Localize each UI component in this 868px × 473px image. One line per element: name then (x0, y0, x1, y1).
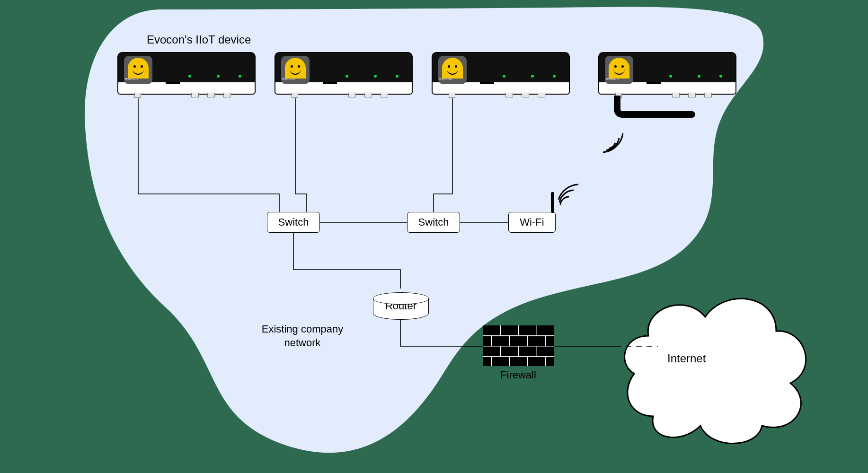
internet-cloud (615, 274, 814, 454)
iiot-device-2: evocon (275, 52, 413, 98)
iiot-device-3: evocon (432, 52, 570, 98)
router-node: Router (373, 287, 429, 320)
firewall-node: Firewall (483, 325, 554, 381)
iiot-device-1: evocon (117, 52, 256, 98)
switch-1-node: Switch (267, 212, 320, 233)
company-network-label: Existing company network (248, 323, 357, 350)
wifi-node: Wi-Fi (508, 212, 556, 233)
wifi-antenna-icon (551, 184, 593, 219)
switch-2-node: Switch (407, 212, 460, 233)
firewall-icon (483, 325, 554, 366)
iiot-device-4: evocon (598, 52, 736, 98)
wifi-waves-icon (595, 130, 633, 158)
diagram-canvas: Evocon's IIoT device evocon evocon evoco… (0, 0, 868, 473)
diagram-title: Evocon's IIoT device (147, 32, 251, 47)
internet-label: Internet (667, 351, 706, 366)
svg-rect-0 (551, 192, 554, 213)
